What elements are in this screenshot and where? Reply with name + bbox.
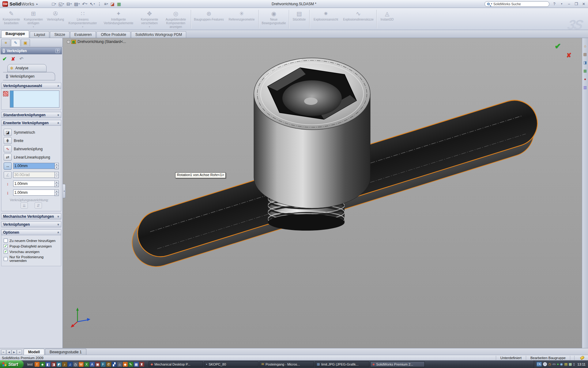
- clock-app-icon[interactable]: ◷: [73, 362, 78, 367]
- ribbon-reference-geometry[interactable]: ✳Referenzgeometrie: [226, 9, 258, 30]
- open-button[interactable]: ◱▾: [58, 1, 65, 7]
- custom-properties-icon[interactable]: ▥: [583, 86, 587, 89]
- taskbar-outlook[interactable]: ✉Posteingang - Micros...: [259, 361, 314, 367]
- tray-search-icon[interactable]: ◉: [560, 362, 563, 366]
- tree-app-icon[interactable]: ♣: [40, 362, 45, 367]
- ribbon-edit-component[interactable]: ✎Komponente bearbeiten: [1, 9, 21, 30]
- search-dropdown-icon[interactable]: ▾: [491, 2, 492, 5]
- section-header[interactable]: Optionen «: [1, 229, 61, 235]
- start-button[interactable]: Start: [0, 360, 24, 368]
- select-button[interactable]: ↖▾: [89, 1, 96, 7]
- phone-app-icon[interactable]: ✆: [106, 362, 111, 367]
- configurationmanager-tab[interactable]: ▣: [21, 39, 30, 46]
- option-positioning-only[interactable]: Nur für Positionierung verwenden: [4, 255, 59, 263]
- width-mate-button[interactable]: ⋕: [4, 137, 12, 144]
- min-distance-spinner[interactable]: ▲▼: [55, 190, 59, 196]
- print-button[interactable]: ▤▾: [73, 1, 81, 7]
- solidworks-resources-icon[interactable]: ⌂: [584, 44, 586, 48]
- tab-analyse[interactable]: ✻ Analyse: [7, 64, 47, 72]
- app-icon[interactable]: ◧: [46, 362, 51, 367]
- game-app-icon[interactable]: ♜: [139, 362, 144, 367]
- tab-layout[interactable]: Layout: [30, 31, 49, 38]
- section-header[interactable]: Mechanische Verknüpfungen »: [1, 213, 61, 219]
- access-icon[interactable]: A: [90, 362, 95, 367]
- app-icon[interactable]: ▞: [112, 362, 117, 367]
- checkbox[interactable]: [4, 257, 8, 261]
- tab-baugruppe[interactable]: Baugruppe: [1, 30, 29, 38]
- tab-modell[interactable]: Modell: [24, 349, 44, 355]
- option-show-preview[interactable]: ✓ Vorschau anzeigen: [4, 250, 59, 254]
- app-icon[interactable]: ◨: [51, 362, 56, 367]
- aligned-button[interactable]: ⇊: [21, 202, 28, 209]
- appearances-scenes-icon[interactable]: ●: [584, 77, 586, 81]
- confirm-cancel-button[interactable]: ✘: [566, 52, 571, 59]
- excel-icon[interactable]: X: [84, 362, 89, 367]
- file-explorer-icon[interactable]: ◨: [583, 61, 587, 64]
- symmetric-mate-button[interactable]: ◪: [4, 129, 12, 136]
- undo-button[interactable]: ↶: [20, 56, 24, 62]
- distance-spinner[interactable]: ▲▼: [55, 163, 59, 169]
- ribbon-insert-components[interactable]: ⊞Komponenten einfügen▾: [21, 9, 45, 30]
- checkbox[interactable]: ✓: [4, 244, 8, 248]
- clock[interactable]: 13:11: [577, 362, 586, 366]
- anti-aligned-button[interactable]: ⇵: [35, 202, 42, 209]
- tray-notes-icon[interactable]: ▤: [564, 362, 567, 366]
- ribbon-explode-line-sketch[interactable]: ∿Explosionslinienskizze: [341, 9, 375, 30]
- ribbon-exploded-view[interactable]: ✷Explosionsansicht: [311, 9, 341, 30]
- confirm-ok-button[interactable]: ✔: [555, 42, 561, 51]
- ribbon-assembly-features[interactable]: ⊛Baugruppen-Features: [192, 9, 226, 30]
- app-icon[interactable]: ◆: [123, 362, 128, 367]
- featuremanager-tab[interactable]: ≡: [1, 39, 10, 46]
- max-distance-spinner[interactable]: ▲▼: [55, 181, 59, 187]
- section-header[interactable]: Verknüpfungsauswahl «: [1, 83, 61, 89]
- max-distance-button[interactable]: ↕: [4, 180, 12, 187]
- ok-button[interactable]: ✔: [2, 56, 7, 62]
- tray-antivirus-icon[interactable]: ●: [557, 362, 559, 366]
- panel-help-button[interactable]: ?: [55, 49, 60, 53]
- ribbon-smart-fasteners[interactable]: ✦Intelligente Verbindungselemente: [100, 9, 137, 30]
- checkbox[interactable]: [4, 239, 8, 243]
- tray-vpn-icon[interactable]: ▩: [569, 362, 572, 366]
- propertymanager-tab[interactable]: ✎: [11, 39, 20, 46]
- min-distance-button[interactable]: ↨: [4, 189, 12, 196]
- minimize-button[interactable]: –: [567, 2, 571, 6]
- angle-mate-button[interactable]: ∠: [4, 171, 12, 178]
- ribbon-linear-pattern[interactable]: ∷Lineares Komponentenmuster▾: [66, 9, 100, 30]
- home-app-icon[interactable]: ⌂: [117, 362, 122, 367]
- prev-tab-button[interactable]: ◀: [6, 350, 11, 355]
- graphics-viewport[interactable]: + Drehvorrichtung (Standard<... Rotation…: [63, 38, 582, 348]
- app-icon[interactable]: ◩: [57, 362, 62, 367]
- tray-collapse-icon[interactable]: ‹: [543, 362, 547, 366]
- ribbon-new-motion-study[interactable]: ◉Neue Bewegungsstudie: [260, 9, 288, 30]
- panel-splitter-handle[interactable]: ◂: [63, 184, 66, 198]
- task-scheduler-button[interactable]: ▦: [116, 1, 122, 7]
- tab-workgroup-pdm[interactable]: SolidWorks Workgroup PDM: [131, 31, 186, 38]
- tray-clock-icon[interactable]: ◷: [548, 362, 551, 366]
- first-tab-button[interactable]: ⇤: [1, 350, 6, 355]
- cancel-button[interactable]: ✘: [11, 56, 15, 62]
- taskbar-solidworks[interactable]: ◈SolidWorks Premium 2...: [370, 361, 425, 367]
- appearance-button[interactable]: ◪: [110, 1, 115, 7]
- path-mate-button[interactable]: ∿: [4, 145, 12, 152]
- options-button[interactable]: ≡▾: [103, 1, 109, 7]
- max-distance-field[interactable]: [13, 181, 55, 187]
- ribbon-mate[interactable]: ✇Verknüpfung: [45, 9, 66, 30]
- section-header[interactable]: Verknüpfungen »: [1, 221, 61, 227]
- linear-coupler-button[interactable]: ⇄: [4, 154, 12, 161]
- menu-flyout-arrow-icon[interactable]: ▸: [36, 2, 38, 6]
- app-icon[interactable]: ▣: [95, 362, 100, 367]
- section-header[interactable]: Standardverknüpfungen »: [1, 112, 61, 118]
- taskbar-image-viewer[interactable]: ▨limit.JPG (JPEG-Grafik...: [315, 361, 369, 367]
- view-palette-icon[interactable]: ▦: [583, 69, 587, 73]
- tag-icon[interactable]: [580, 355, 585, 360]
- mate-selection-listbox[interactable]: [10, 90, 59, 108]
- new-document-button[interactable]: □▾: [51, 1, 57, 7]
- tray-network-icon[interactable]: ▯: [573, 362, 575, 366]
- next-tab-button[interactable]: ▶: [12, 350, 17, 355]
- ribbon-bom[interactable]: ▤Stückliste: [290, 9, 308, 30]
- taskbar-skopc[interactable]: ▪SKOPC_80: [204, 361, 258, 367]
- option-add-to-new-folder[interactable]: Zu neuem Ordner hinzufügen: [4, 239, 59, 243]
- tab-bewegungsstudie[interactable]: Bewegungsstudie 1: [45, 349, 86, 355]
- help-dropdown-icon[interactable]: ▾: [559, 2, 564, 5]
- model-3d[interactable]: [63, 38, 582, 348]
